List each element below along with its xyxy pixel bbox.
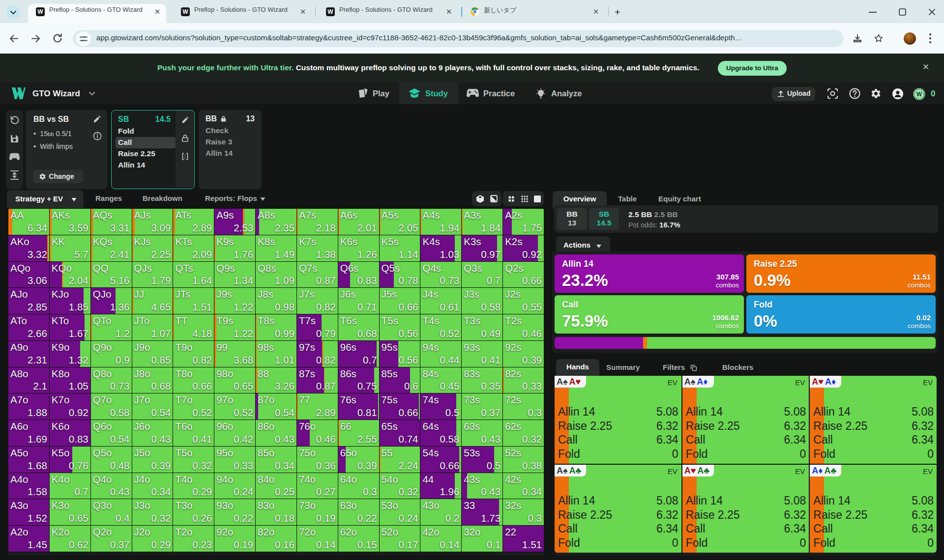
svg-text:W: W: [916, 91, 922, 98]
